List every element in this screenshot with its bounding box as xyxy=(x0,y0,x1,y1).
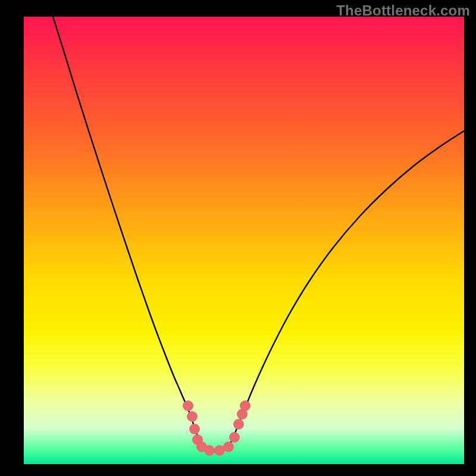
chart-frame: TheBottleneck.com xyxy=(0,0,476,476)
marker-dots xyxy=(183,400,250,456)
curve-left xyxy=(53,17,196,433)
marker-dot xyxy=(229,432,240,443)
marker-dot xyxy=(204,445,215,456)
curve-right xyxy=(235,131,464,433)
marker-dot xyxy=(233,419,244,430)
marker-dot xyxy=(189,424,200,434)
marker-dot xyxy=(187,411,198,422)
marker-dot xyxy=(240,400,250,411)
marker-dot xyxy=(183,400,193,411)
curve-svg xyxy=(24,17,464,464)
plot-area xyxy=(24,17,464,464)
marker-dot xyxy=(223,441,234,452)
